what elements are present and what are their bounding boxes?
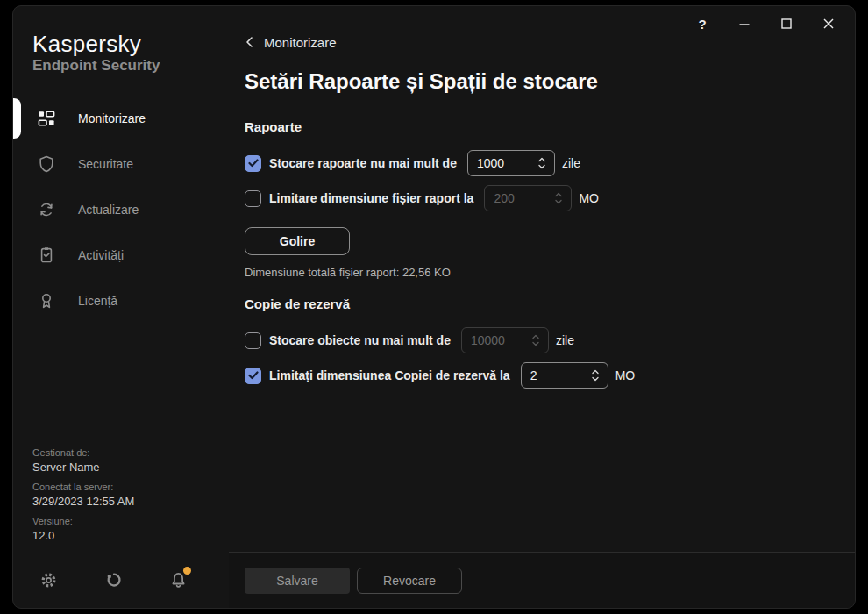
- checkbox-store-objects[interactable]: [245, 332, 261, 349]
- sidebar-bottom-icons: [38, 569, 189, 590]
- spinner-store-objects: [528, 333, 544, 347]
- back-chevron-icon: [245, 36, 254, 48]
- support-button[interactable]: [103, 569, 124, 590]
- option-row-limit-backup-size: Limitați dimensiunea Copiei de rezervă l…: [245, 362, 829, 389]
- notifications-button[interactable]: [167, 569, 189, 590]
- connected-label: Conectat la server:: [32, 481, 134, 494]
- spinner-arrows-icon: [554, 191, 563, 205]
- managed-by-label: Gestionat de:: [32, 446, 134, 460]
- spinner-arrows-icon: [531, 333, 540, 347]
- action-footer: Salvare Revocare: [229, 552, 855, 608]
- page-title: Setări Rapoarte și Spații de stocare: [245, 68, 829, 96]
- sidebar-menu: Monitorizare Securitate: [13, 96, 229, 324]
- minimize-icon: [738, 18, 751, 30]
- backup-size-mb-field[interactable]: [522, 368, 587, 382]
- number-input-limit-backup-size: [521, 362, 608, 389]
- tasks-icon: [38, 246, 55, 264]
- option-label: Stocare rapoarte nu mai mult de: [269, 156, 457, 170]
- spinner-arrows-icon: [591, 368, 600, 382]
- minimize-button[interactable]: [723, 6, 765, 41]
- back-button[interactable]: Monitorizare: [245, 34, 337, 50]
- version-value: 12.0: [32, 528, 134, 543]
- refresh-icon: [38, 201, 55, 218]
- sidebar-item-label: Securitate: [78, 157, 133, 171]
- shield-icon: [38, 155, 55, 173]
- settings-button[interactable]: [38, 569, 59, 590]
- sidebar: Kaspersky Endpoint Security Monitorizare: [13, 6, 229, 608]
- checkmark-icon: [248, 371, 259, 380]
- checkbox-store-reports[interactable]: [245, 155, 261, 172]
- close-icon: [822, 18, 835, 30]
- sidebar-item-securitate[interactable]: Securitate: [13, 141, 229, 187]
- notification-dot: [183, 567, 191, 575]
- maximize-icon: [780, 18, 793, 30]
- managed-by-value: Server Name: [32, 460, 134, 475]
- section-heading-backup: Copie de rezervă: [245, 296, 829, 313]
- sidebar-item-label: Actualizare: [78, 203, 139, 217]
- number-input-limit-report-size: [484, 185, 572, 211]
- cancel-button[interactable]: Revocare: [357, 568, 462, 594]
- connected-value: 3/29/2023 12:55 AM: [32, 494, 134, 509]
- support-icon: [104, 571, 123, 589]
- checkbox-limit-backup-size[interactable]: [245, 368, 261, 384]
- sidebar-item-label: Licență: [78, 294, 117, 308]
- window-controls: ?: [681, 6, 850, 41]
- option-unit: zile: [556, 333, 574, 347]
- maximize-button[interactable]: [765, 6, 808, 41]
- sidebar-item-licenta[interactable]: Licență: [13, 278, 229, 324]
- app-window: ? Kaspersky Endpoint Security: [12, 5, 856, 609]
- option-label: Limitați dimensiunea Copiei de rezervă l…: [269, 368, 510, 382]
- gear-icon: [39, 571, 58, 589]
- report-size-mb-field: [485, 191, 551, 205]
- back-label: Monitorizare: [264, 35, 337, 50]
- report-total-size-note: Dimensiune totală fișier raport: 22,56 K…: [245, 266, 829, 280]
- option-row-limit-report-size: Limitare dimensiune fișier raport la MO: [245, 185, 829, 211]
- clear-reports-button[interactable]: Golire: [245, 227, 350, 255]
- brand-logo: Kaspersky Endpoint Security: [13, 6, 229, 75]
- active-item-indicator: [13, 98, 21, 139]
- main-content: Monitorizare Setări Rapoarte și Spații d…: [229, 6, 855, 608]
- sidebar-item-label: Activități: [78, 248, 124, 262]
- spinner-arrows-icon: [537, 156, 546, 170]
- option-unit: zile: [562, 156, 580, 170]
- section-heading-reports: Rapoarte: [245, 118, 829, 136]
- option-unit: MO: [579, 191, 599, 205]
- brand-subtitle: Endpoint Security: [32, 57, 229, 75]
- spinner-store-reports[interactable]: [534, 156, 550, 170]
- spinner-limit-report-size: [551, 191, 566, 205]
- option-unit: MO: [615, 368, 636, 382]
- store-objects-days-field: [462, 333, 528, 347]
- number-input-store-reports: [467, 150, 555, 176]
- save-button[interactable]: Salvare: [245, 568, 350, 594]
- brand-name: Kaspersky: [32, 31, 229, 57]
- checkmark-icon: [248, 159, 259, 168]
- dashboard-icon: [38, 110, 55, 127]
- spinner-limit-backup-size[interactable]: [587, 368, 603, 382]
- sidebar-item-monitorizare[interactable]: Monitorizare: [13, 96, 229, 141]
- option-row-store-objects: Stocare obiecte nu mai mult de zile: [245, 327, 829, 353]
- sidebar-item-actualizare[interactable]: Actualizare: [13, 187, 229, 232]
- close-button[interactable]: [808, 6, 850, 41]
- license-icon: [38, 292, 55, 310]
- sidebar-item-label: Monitorizare: [78, 111, 146, 125]
- help-button[interactable]: ?: [681, 6, 723, 41]
- option-label: Limitare dimensiune fișier raport la: [269, 191, 473, 205]
- option-label: Stocare obiecte nu mai mult de: [269, 333, 451, 347]
- option-row-store-reports: Stocare rapoarte nu mai mult de zile: [245, 150, 829, 176]
- checkbox-limit-report-size[interactable]: [245, 190, 261, 207]
- number-input-store-objects: [461, 327, 549, 353]
- store-reports-days-field[interactable]: [468, 156, 534, 170]
- sidebar-item-activitati[interactable]: Activități: [13, 232, 229, 278]
- version-label: Versiune:: [32, 515, 134, 528]
- server-info: Gestionat de: Server Name Conectat la se…: [32, 446, 134, 543]
